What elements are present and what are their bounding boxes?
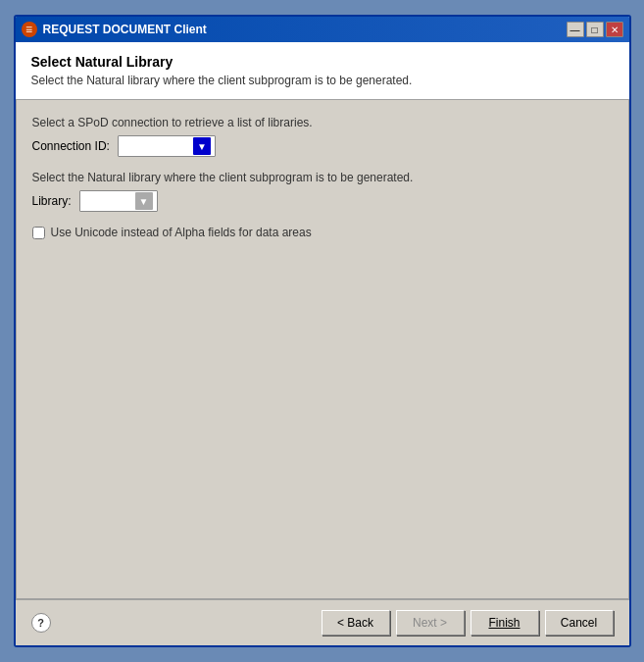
finish-button[interactable]: Finish [471,610,539,636]
back-button[interactable]: < Back [322,610,390,636]
header-section: Select Natural Library Select the Natura… [16,42,629,100]
footer: ? < Back Next > Finish Cancel [16,599,629,645]
library-description: Select the Natural library where the cli… [32,171,613,184]
connection-inline-group: Connection ID: ▼ [32,135,613,157]
title-bar: ≡ REQUEST DOCUMENT Client — □ ✕ [16,17,629,42]
library-label: Library: [32,194,72,208]
finish-label: Finish [488,616,520,630]
footer-left: ? [31,613,51,633]
library-dropdown[interactable]: ▼ [79,190,158,212]
unicode-checkbox-label: Use Unicode instead of Alpha fields for … [51,226,312,239]
title-buttons: — □ ✕ [567,22,623,37]
footer-buttons: < Back Next > Finish Cancel [322,610,614,636]
library-dropdown-arrow: ▼ [135,192,153,210]
connection-description: Select a SPoD connection to retrieve a l… [32,116,613,129]
library-inline-group: Library: ▼ [32,190,613,212]
connection-group: Select a SPoD connection to retrieve a l… [32,116,613,157]
next-button[interactable]: Next > [396,610,465,636]
minimize-button[interactable]: — [567,22,584,37]
cancel-button[interactable]: Cancel [545,610,614,636]
close-button[interactable]: ✕ [606,22,623,37]
unicode-checkbox-group: Use Unicode instead of Alpha fields for … [32,226,613,239]
main-window: ≡ REQUEST DOCUMENT Client — □ ✕ Select N… [14,15,631,647]
window-title: REQUEST DOCUMENT Client [43,23,207,36]
help-button[interactable]: ? [31,613,51,633]
unicode-checkbox[interactable] [32,227,45,239]
connection-id-dropdown[interactable]: ▼ [118,135,216,157]
main-section: Select a SPoD connection to retrieve a l… [16,100,629,599]
connection-id-label: Connection ID: [32,139,110,153]
title-bar-left: ≡ REQUEST DOCUMENT Client [22,22,207,37]
content-area: Select Natural Library Select the Natura… [16,42,629,599]
library-group: Select the Natural library where the cli… [32,171,613,212]
maximize-button[interactable]: □ [586,22,604,37]
page-subtitle: Select the Natural library where the cli… [31,74,614,87]
app-icon: ≡ [22,22,37,37]
page-title: Select Natural Library [31,54,614,70]
connection-dropdown-arrow: ▼ [193,137,211,155]
